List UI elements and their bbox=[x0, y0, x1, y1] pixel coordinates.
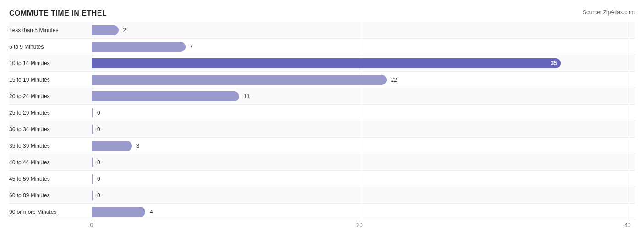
bar-label: 20 to 24 Minutes bbox=[9, 93, 92, 100]
bar-area: 11 bbox=[92, 88, 635, 104]
bar-label: 35 to 39 Minutes bbox=[9, 143, 92, 149]
x-tick: 20 bbox=[356, 222, 362, 229]
bar: 0 bbox=[92, 157, 93, 167]
bar-value: 0 bbox=[97, 126, 100, 133]
bar-value: 0 bbox=[97, 159, 100, 166]
bar-label: 15 to 19 Minutes bbox=[9, 77, 92, 83]
table-row: 35 to 39 Minutes3 bbox=[9, 138, 635, 154]
bar-value: 2 bbox=[123, 27, 126, 33]
bar: 35 bbox=[92, 58, 561, 68]
chart-source: Source: ZipAtlas.com bbox=[583, 9, 635, 16]
x-tick: 40 bbox=[624, 222, 630, 229]
bar-label: 90 or more Minutes bbox=[9, 209, 92, 215]
chart-title: COMMUTE TIME IN ETHEL bbox=[9, 9, 107, 17]
bar: 3 bbox=[92, 141, 132, 151]
bar-area: 2 bbox=[92, 22, 635, 38]
table-row: 10 to 14 Minutes35 bbox=[9, 55, 635, 72]
bar-label: 40 to 44 Minutes bbox=[9, 159, 92, 166]
bar: 2 bbox=[92, 25, 119, 35]
table-row: Less than 5 Minutes2 bbox=[9, 22, 635, 39]
bar-label: 25 to 29 Minutes bbox=[9, 110, 92, 116]
bar-area: 7 bbox=[92, 39, 635, 55]
bar: 0 bbox=[92, 190, 93, 201]
bar: 4 bbox=[92, 207, 145, 217]
bar-area: 3 bbox=[92, 138, 635, 154]
table-row: 20 to 24 Minutes11 bbox=[9, 88, 635, 105]
table-row: 5 to 9 Minutes7 bbox=[9, 39, 635, 55]
bar-area: 0 bbox=[92, 154, 635, 170]
bar-label: 60 to 89 Minutes bbox=[9, 192, 92, 199]
bar-label: 5 to 9 Minutes bbox=[9, 44, 92, 50]
table-row: 15 to 19 Minutes22 bbox=[9, 72, 635, 88]
table-row: 45 to 59 Minutes0 bbox=[9, 171, 635, 187]
bar-value: 3 bbox=[136, 143, 140, 149]
bar: 22 bbox=[92, 75, 387, 85]
bar-label: 30 to 34 Minutes bbox=[9, 126, 92, 133]
bar: 11 bbox=[92, 91, 239, 101]
bar-label: 45 to 59 Minutes bbox=[9, 176, 92, 182]
bar-value: 7 bbox=[190, 44, 193, 50]
bar-value: 0 bbox=[97, 176, 100, 182]
table-row: 30 to 34 Minutes0 bbox=[9, 121, 635, 138]
bar-area: 0 bbox=[92, 105, 635, 121]
bar-area: 4 bbox=[92, 204, 635, 220]
bar: 0 bbox=[92, 124, 93, 134]
x-axis: 02040 bbox=[92, 222, 635, 231]
bar-value: 22 bbox=[391, 77, 397, 83]
bar-value-inside: 35 bbox=[551, 60, 557, 67]
chart-body: Less than 5 Minutes25 to 9 Minutes710 to… bbox=[9, 22, 635, 220]
bar-label: 10 to 14 Minutes bbox=[9, 60, 92, 67]
bar: 0 bbox=[92, 174, 93, 184]
bar-value: 11 bbox=[244, 93, 250, 100]
table-row: 40 to 44 Minutes0 bbox=[9, 154, 635, 171]
table-row: 25 to 29 Minutes0 bbox=[9, 105, 635, 121]
bar-value: 0 bbox=[97, 192, 100, 199]
bar-area: 0 bbox=[92, 187, 635, 203]
bar-area: 0 bbox=[92, 121, 635, 137]
bar: 7 bbox=[92, 42, 186, 52]
bar-label: Less than 5 Minutes bbox=[9, 27, 92, 33]
bar-value: 0 bbox=[97, 110, 100, 116]
chart-header: COMMUTE TIME IN ETHEL Source: ZipAtlas.c… bbox=[9, 9, 635, 17]
table-row: 90 or more Minutes4 bbox=[9, 204, 635, 220]
bar-area: 35 bbox=[92, 55, 635, 71]
bar-value: 4 bbox=[150, 209, 153, 215]
x-tick: 0 bbox=[90, 222, 93, 229]
table-row: 60 to 89 Minutes0 bbox=[9, 187, 635, 204]
chart-container: COMMUTE TIME IN ETHEL Source: ZipAtlas.c… bbox=[0, 0, 644, 240]
bar-area: 22 bbox=[92, 72, 635, 88]
bar-area: 0 bbox=[92, 171, 635, 187]
bar: 0 bbox=[92, 108, 93, 118]
